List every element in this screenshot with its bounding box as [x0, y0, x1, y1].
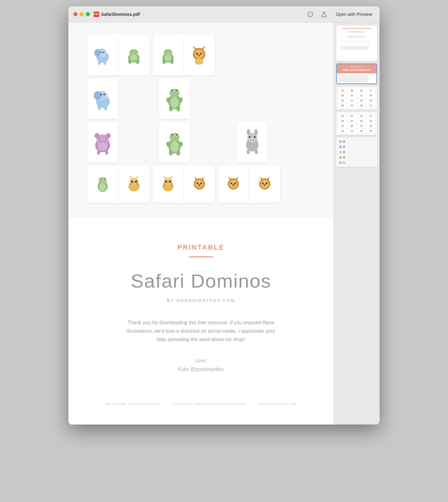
thumbnail-5[interactable]: [336, 138, 377, 167]
thumb-grid-cell: [357, 124, 366, 128]
svg-point-62: [106, 133, 111, 138]
thumb-grid-cell: [338, 114, 347, 118]
svg-point-98: [99, 183, 106, 191]
thumbnail-3[interactable]: [336, 87, 377, 110]
tiger2-illustration: [158, 173, 178, 195]
svg-point-108: [133, 183, 135, 184]
animal-cell-tiger2: [152, 166, 184, 203]
thumb-animal-row: [338, 155, 346, 160]
thumb-2-header: HOW TO PLAY Safari Animal Dominoes: [337, 64, 376, 73]
svg-point-87: [249, 137, 255, 142]
open-with-preview-button[interactable]: Open with Preview: [333, 11, 375, 18]
svg-point-39: [201, 55, 203, 56]
domino-card-donkey: [236, 122, 268, 162]
svg-point-114: [169, 181, 171, 183]
content-area: PRINTABLE Safari Dominos BY GOODNIGHTFOX…: [68, 22, 380, 425]
pdf-main-view[interactable]: PRINTABLE Safari Dominos BY GOODNIGHTFOX…: [68, 22, 334, 425]
thumb-line-f: [338, 82, 368, 82]
tiger-illustration: [124, 173, 144, 195]
thumb-line-b: [338, 77, 368, 77]
svg-point-120: [195, 180, 203, 188]
pdf-page-1: [68, 22, 334, 218]
svg-point-145: [263, 183, 264, 183]
pdf-page-2: PRINTABLE Safari Dominos BY GOODNIGHTFOX…: [68, 218, 334, 425]
thumb-grid-cell: [338, 103, 347, 108]
svg-marker-141: [259, 176, 263, 180]
thumb-grid-cell: [357, 103, 366, 108]
animal-cell-lion2: [184, 166, 215, 203]
thumb-animal-dot: [339, 145, 342, 148]
thumb-grid-cell: [357, 98, 366, 103]
svg-point-93: [253, 139, 254, 141]
thumbnail-2[interactable]: HOW TO PLAY Safari Animal Dominoes: [336, 63, 377, 84]
thumb-row-2: [338, 145, 375, 149]
domino-row-2: [87, 78, 315, 119]
svg-point-102: [104, 178, 105, 180]
thumb-grid-cell: [348, 119, 356, 123]
svg-rect-94: [247, 150, 250, 154]
description-text: Thank you for downloading this free reso…: [123, 318, 279, 344]
svg-marker-131: [228, 176, 231, 180]
svg-point-92: [250, 139, 252, 141]
svg-point-54: [176, 90, 178, 91]
thumb-animal-row: [338, 139, 346, 144]
thumb-1-content: PRINTABLE Safari Dominos BY GOODNIGHTFOX…: [337, 26, 376, 60]
thumb-row-1: [338, 139, 375, 144]
svg-point-4: [94, 49, 100, 57]
thumb-grid-cell: [357, 93, 366, 98]
domino-card-4: [159, 78, 190, 119]
svg-point-136: [235, 183, 236, 183]
thumb-row-5: [338, 161, 375, 165]
thumb-animal-dot: [343, 161, 346, 164]
svg-rect-71: [105, 151, 108, 155]
crocodile2-illustration: [157, 44, 179, 66]
thumb-grid-cell: [366, 119, 375, 123]
svg-rect-7: [98, 62, 100, 65]
svg-point-125: [198, 183, 198, 183]
thumb-grid-cell: [348, 129, 356, 133]
domino-card-5: [87, 166, 149, 203]
svg-point-90: [250, 136, 250, 137]
close-button[interactable]: [73, 12, 77, 16]
thumbnail-1[interactable]: PRINTABLE Safari Dominos BY GOODNIGHTFOX…: [336, 26, 377, 61]
share-icon-button[interactable]: [320, 10, 328, 19]
thumb-line-1: [340, 46, 370, 47]
thumbnail-sidebar: PRINTABLE Safari Dominos BY GOODNIGHTFOX…: [334, 22, 380, 425]
donkey-illustration: [240, 127, 264, 158]
minimize-button[interactable]: [80, 12, 84, 16]
info-icon-button[interactable]: i: [306, 10, 315, 19]
svg-point-138: [233, 184, 234, 185]
lion2-illustration: [189, 173, 209, 195]
svg-point-130: [229, 180, 237, 188]
svg-point-37: [198, 54, 200, 56]
thumb-5-content: [337, 138, 376, 166]
svg-point-105: [131, 181, 133, 183]
footer-website: GOODNIGHTFOX.COM: [258, 402, 297, 406]
svg-marker-110: [136, 176, 139, 178]
domino-card-7: [218, 166, 280, 203]
svg-point-45: [103, 94, 105, 96]
maximize-button[interactable]: [86, 12, 90, 16]
svg-point-12: [130, 55, 138, 61]
svg-point-43: [94, 91, 101, 100]
footer-facebook: FACEBOOK.COM/GOODNIGHTFOXSTUDIO: [173, 402, 246, 406]
svg-point-29: [195, 50, 203, 59]
svg-point-35: [201, 53, 202, 54]
domino-card-2: [152, 35, 215, 75]
svg-point-53: [171, 90, 173, 91]
thumb-orange-bar: [342, 28, 371, 29]
svg-point-140: [261, 180, 269, 188]
svg-rect-47: [104, 106, 107, 110]
thumb-desc-lines: [340, 46, 373, 49]
thumbnail-4[interactable]: [336, 112, 377, 135]
main-title: Safari Dominos: [87, 270, 315, 292]
svg-point-134: [234, 182, 236, 184]
thumb-animal-dot: [343, 145, 346, 148]
svg-point-32: [196, 53, 198, 54]
animal-cell-croc2: [152, 35, 184, 75]
svg-marker-109: [129, 176, 133, 178]
svg-point-66: [105, 138, 106, 139]
svg-point-65: [99, 138, 100, 139]
animal-cell-lion: [184, 35, 215, 75]
thumb-3-grid: [338, 88, 375, 108]
